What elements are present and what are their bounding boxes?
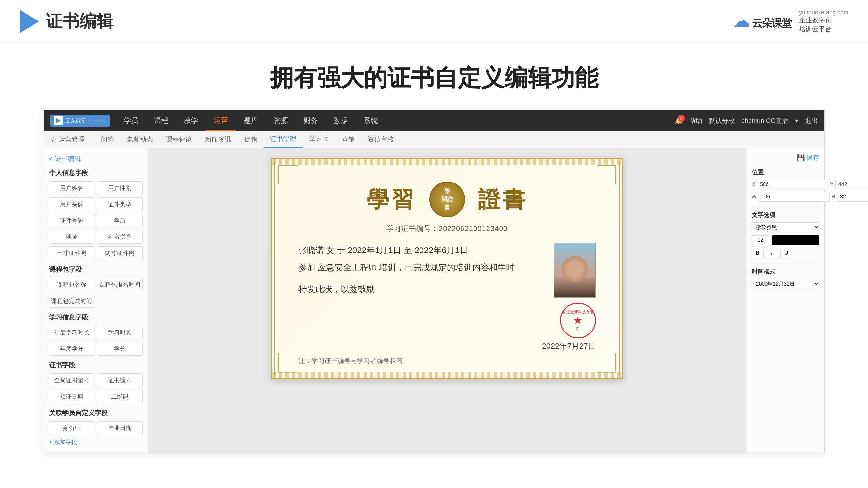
field-course-complete-time[interactable]: 课程包完成时间: [49, 294, 95, 308]
sub-nav-learning-card[interactable]: 学习卡: [303, 131, 335, 148]
field-gender[interactable]: 用户性别: [97, 181, 143, 195]
field-credits[interactable]: 学分: [97, 342, 143, 356]
cert-seal: 长远量新科技有限 ★ 司: [560, 302, 596, 338]
top-header: 证书编辑 ☁ 云朵课堂 yunduoketang.com 企业数字化 培训云平台: [0, 0, 868, 43]
main-layout: < 证书编辑 个人信息字段 用户姓名 用户性别 用户头像 证件类型 证件号码 学…: [44, 148, 825, 453]
field-annual-credits[interactable]: 年度学分: [49, 342, 95, 356]
field-id-type[interactable]: 证件类型: [97, 197, 143, 211]
brand-domain: yunduoketang.com: [799, 9, 848, 16]
cert-body: 张晓诺 女 于 2022年1月1日 至 2022年6月1日 参加 应急安全工程师…: [285, 243, 609, 299]
screenshot-wrapper: 云朵课堂 企业培训... 学员 课程 教学 运营 题库 资源 财务 数据 系统 …: [43, 110, 825, 453]
nav-logout[interactable]: 退出: [805, 117, 818, 125]
cert-corner-tl: [278, 165, 298, 184]
save-button[interactable]: 💾 保存: [752, 153, 819, 162]
nav-item-operations[interactable]: 运营: [206, 110, 236, 131]
y-input[interactable]: [835, 180, 868, 189]
field-pinyin[interactable]: 姓名拼音: [97, 230, 143, 244]
brand-info: yunduoketang.com 企业数字化 培训云平台: [799, 9, 848, 33]
field-2inch-photo[interactable]: 两寸证件照: [97, 246, 143, 260]
sub-nav-teacher[interactable]: 老师动态: [120, 131, 159, 148]
cert-corner-bl: [278, 353, 298, 372]
user-chevron-icon: ▾: [795, 117, 798, 125]
sub-nav-news[interactable]: 新闻资讯: [198, 131, 238, 148]
field-id-number[interactable]: 证件号码: [49, 214, 95, 227]
sub-nav-qualification[interactable]: 资质审核: [361, 131, 400, 148]
nav-menu: 学员 课程 教学 运营 题库 资源 财务 数据 系统: [116, 110, 386, 131]
logo-area: 证书编辑: [20, 10, 113, 33]
cert-seal-star: ★: [562, 314, 594, 327]
position-section-title: 位置: [752, 168, 819, 176]
w-input[interactable]: [758, 192, 830, 202]
y-label: Y: [830, 182, 834, 187]
cert-award-line: 特发此状，以兹鼓励: [299, 282, 547, 297]
italic-button[interactable]: I: [766, 248, 778, 258]
cert-seal-area: 长远量新科技有限 ★ 司 2022年7月27日: [285, 302, 609, 351]
certificate[interactable]: 學習 學 習證 書 證書 学习证书编号：2022062100123400: [272, 158, 623, 379]
sub-nav-review[interactable]: 课程评论: [159, 131, 198, 148]
cert-main-row: 张晓诺 女 于 2022年1月1日 至 2022年6月1日 参加 应急安全工程师…: [299, 243, 596, 299]
field-course-name[interactable]: 课程包名称: [49, 278, 95, 292]
sub-nav-section: ☆ 运营管理: [51, 135, 85, 144]
field-global-cert-no[interactable]: 全局证书编号: [49, 373, 95, 387]
field-course-enroll-time[interactable]: 课程包报名时间: [97, 278, 143, 292]
font-family-select[interactable]: 微软雅黑: [752, 222, 819, 232]
font-size-input[interactable]: [752, 235, 769, 245]
custom-field-grid: 身份证 毕业日期: [49, 421, 143, 435]
field-graduation-date[interactable]: 毕业日期: [97, 421, 143, 435]
sub-nav-promo[interactable]: 促销: [238, 131, 264, 148]
field-issue-date[interactable]: 颁证日期: [49, 390, 95, 403]
field-1inch-photo[interactable]: 一寸证件照: [49, 246, 95, 260]
sub-nav-qa[interactable]: 问答: [94, 131, 120, 148]
position-x-row: X Y: [752, 180, 819, 189]
h-input[interactable]: [837, 192, 868, 202]
position-wh-row: W H: [752, 192, 819, 202]
nav-user[interactable]: chenjun CC直播: [741, 117, 788, 125]
sidebar-section-personal: 个人信息字段: [49, 168, 143, 177]
field-address[interactable]: 地址: [49, 230, 95, 244]
nav-help[interactable]: 帮助: [689, 117, 702, 125]
cert-serial: 学习证书编号：2022062100123400: [285, 224, 609, 234]
field-learning-hours[interactable]: 学习时长: [97, 326, 143, 339]
brand-name: 云朵课堂: [752, 17, 791, 29]
underline-button[interactable]: U: [780, 248, 792, 258]
nav-item-teaching[interactable]: 教学: [176, 110, 206, 131]
bold-button[interactable]: B: [752, 248, 764, 258]
sidebar-back-btn[interactable]: < 证书编辑: [49, 155, 143, 163]
cert-photo: [554, 243, 596, 298]
nav-item-resources[interactable]: 资源: [266, 110, 296, 131]
datetime-format-select[interactable]: 2000年12月31日: [752, 279, 819, 289]
x-input[interactable]: [757, 180, 828, 189]
nav-item-system[interactable]: 系统: [356, 110, 386, 131]
course-field-grid: 课程包名称 课程包报名时间 课程包完成时间: [49, 278, 143, 308]
sidebar-section-cert: 证书字段: [49, 361, 143, 369]
sub-nav-items: 问答 老师动态 课程评论 新闻资讯 促销 证书管理 学习卡 营销 资质审核: [94, 131, 400, 148]
font-size-row: [752, 235, 819, 245]
cert-title-circle: 學 習證 書: [429, 182, 465, 217]
cert-text-block: 张晓诺 女 于 2022年1月1日 至 2022年6月1日 参加 应急安全工程师…: [299, 243, 547, 299]
field-annual-hours[interactable]: 年度学习时长: [49, 326, 95, 339]
nav-item-finance[interactable]: 财务: [296, 110, 326, 131]
nav-item-courses[interactable]: 课程: [146, 110, 176, 131]
left-sidebar: < 证书编辑 个人信息字段 用户姓名 用户性别 用户头像 证件类型 证件号码 学…: [44, 148, 148, 453]
field-username[interactable]: 用户姓名: [49, 181, 95, 195]
sub-nav-marketing[interactable]: 营销: [335, 131, 361, 148]
add-field-btn[interactable]: + 添加字段: [49, 438, 143, 446]
field-id-card[interactable]: 身份证: [49, 421, 95, 435]
field-avatar[interactable]: 用户头像: [49, 197, 95, 211]
nav-school[interactable]: 默认分校: [709, 117, 735, 125]
field-education[interactable]: 学历: [97, 214, 143, 227]
sidebar-section-custom: 关联学员自定义字段: [49, 409, 143, 417]
nav-bell[interactable]: 🔔 2: [675, 117, 683, 125]
sub-nav-cert[interactable]: 证书管理: [264, 131, 303, 148]
cert-title-area: 學習 學 習證 書 證書: [285, 182, 609, 217]
field-qr-code[interactable]: 二维码: [97, 390, 143, 403]
nav-item-data[interactable]: 数据: [326, 110, 356, 131]
cert-top-deco: [272, 159, 622, 165]
font-color-picker[interactable]: [772, 235, 819, 245]
canvas-area[interactable]: 學習 學 習證 書 證書 学习证书编号：2022062100123400: [148, 148, 746, 453]
sidebar-section-course: 课程包字段: [49, 265, 143, 274]
nav-item-students[interactable]: 学员: [116, 110, 146, 131]
nav-item-question-bank[interactable]: 题库: [236, 110, 266, 131]
field-cert-no[interactable]: 证书编号: [97, 373, 143, 387]
brand-area: ☁ 云朵课堂 yunduoketang.com 企业数字化 培训云平台: [734, 9, 848, 33]
